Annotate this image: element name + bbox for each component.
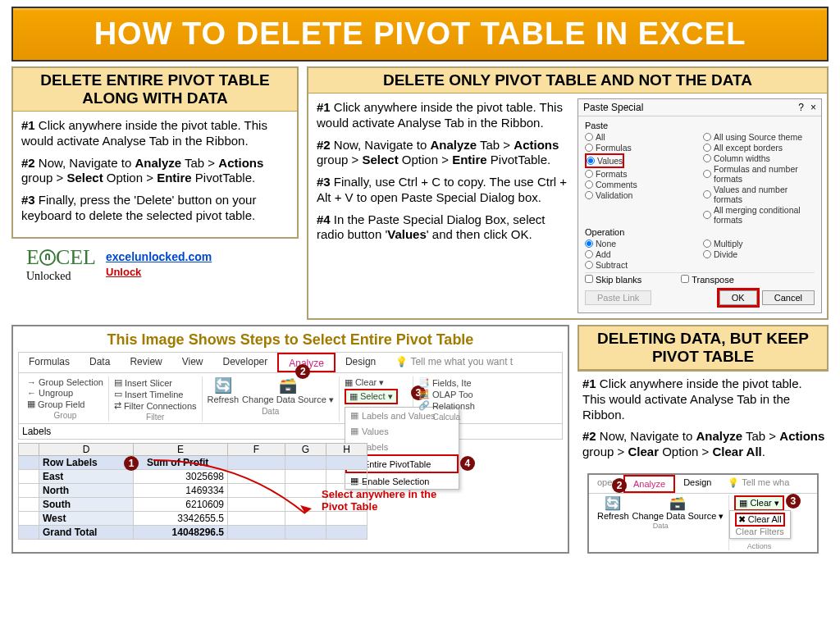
cmd-change-source[interactable]: 🗃️Change Data Source ▾: [242, 376, 334, 405]
ribbon-example-panel: This Image Shows Steps to Select Entire …: [11, 325, 569, 554]
cell[interactable]: 3025698: [134, 470, 228, 484]
cmd-ungroup[interactable]: ← Ungroup: [27, 388, 103, 398]
cell[interactable]: 14048296.5: [134, 526, 228, 540]
section1-body: #1 Click anywhere inside the pivot table…: [13, 112, 297, 237]
brand-link[interactable]: excelunlocked.com: [106, 250, 212, 263]
cell[interactable]: 3342655.5: [134, 512, 228, 526]
cmd-refresh[interactable]: 🔄Refresh: [208, 376, 240, 405]
t: Ungroup: [39, 388, 73, 398]
radio-merge-cond[interactable]: All merging conditional formats: [703, 205, 815, 225]
dd-clear-all[interactable]: ✖ Clear All: [735, 513, 785, 527]
excel-ribbon: Formulas Data Review View Developer Anal…: [18, 352, 563, 424]
tab-data[interactable]: Data: [80, 353, 120, 372]
cell[interactable]: South: [39, 498, 134, 512]
t: ' and then click OK.: [427, 227, 532, 241]
radio-subtract[interactable]: Subtract: [585, 260, 696, 270]
radio-values[interactable]: Values: [587, 156, 623, 166]
cmd-group-field[interactable]: ▦ Group Field: [27, 399, 103, 409]
radio-formulas-numfmt[interactable]: Formulas and number formats: [703, 164, 815, 184]
t: Option >: [399, 153, 452, 166]
section3-body: #1 Click anywhere inside the pivot table…: [578, 372, 829, 470]
paste-link-button[interactable]: Paste Link: [585, 290, 651, 305]
cell[interactable]: West: [39, 512, 134, 526]
t: Option >: [103, 171, 157, 185]
cell[interactable]: 1469334: [134, 484, 228, 498]
cmd-fields-items[interactable]: 📑 Fields, Ite: [418, 377, 475, 388]
radio-divide[interactable]: Divide: [703, 249, 815, 259]
radio-add[interactable]: Add: [585, 249, 696, 259]
cell[interactable]: East: [39, 470, 134, 484]
radio-validation[interactable]: Validation: [585, 190, 696, 200]
tab-design[interactable]: Design: [675, 475, 719, 493]
brand-logo: ECEL Unlocked: [26, 245, 96, 283]
col-header[interactable]: E: [134, 444, 228, 456]
worksheet-grid: D E F G H Row LabelsSum of Profit1 East3…: [18, 443, 563, 540]
cell[interactable]: Sum of Profit: [137, 457, 208, 468]
cell[interactable]: North: [39, 484, 134, 498]
radio-source-theme[interactable]: All using Source theme: [703, 132, 815, 142]
t: Relationsh: [432, 401, 475, 411]
cell[interactable]: Grand Total: [39, 526, 134, 540]
col-header[interactable]: D: [39, 444, 134, 456]
radio-comments[interactable]: Comments: [585, 180, 696, 189]
cell[interactable]: Row Labels: [39, 456, 134, 470]
step-text: Click anywhere inside the pivot table. T…: [582, 376, 802, 422]
name-box[interactable]: Labels: [18, 424, 563, 440]
dd-values[interactable]: ▦ Values: [345, 423, 459, 439]
cmd-clear[interactable]: ▦ Clear ▾: [734, 495, 783, 511]
ok-button[interactable]: OK: [719, 290, 757, 305]
step-text: Finally, use Ctrl + C to copy. The use C…: [317, 175, 567, 204]
col-header[interactable]: F: [228, 444, 285, 456]
col-header[interactable]: G: [285, 444, 326, 456]
tab-analyze[interactable]: Analyze2: [277, 353, 336, 372]
radio-except-borders[interactable]: All except borders: [703, 143, 815, 153]
cmd-group-selection[interactable]: → Group Selection: [27, 377, 103, 387]
tab-developer[interactable]: Developer: [213, 353, 278, 372]
t: OLAP Too: [432, 390, 473, 399]
col-header[interactable]: H: [326, 444, 368, 456]
cmd-insert-slicer[interactable]: ▤ Insert Slicer: [114, 377, 197, 388]
cell[interactable]: 6210609: [134, 498, 228, 512]
radio-formulas[interactable]: Formulas: [585, 143, 696, 153]
cmd-relationships[interactable]: 🔗 Relationsh: [418, 400, 475, 411]
radio-all[interactable]: All: [585, 132, 696, 142]
radio-multiply[interactable]: Multiply: [703, 239, 815, 249]
check-transpose[interactable]: Transpose: [681, 275, 733, 285]
cmd-olap[interactable]: 🧮 OLAP Too: [418, 389, 475, 399]
t: Insert Timeline: [125, 390, 184, 399]
t: All except borders: [714, 143, 783, 153]
t: Unlocked: [26, 270, 96, 283]
t: Analyze: [430, 138, 477, 152]
radio-formats[interactable]: Formats: [585, 169, 696, 179]
cmd-refresh[interactable]: 🔄Refresh: [597, 495, 629, 522]
tab-formulas[interactable]: Formulas: [19, 353, 80, 372]
tab-analyze[interactable]: Analyze2: [623, 475, 675, 493]
tab-review[interactable]: Review: [120, 353, 171, 372]
help-icon[interactable]: ?: [798, 102, 804, 113]
t: Tab >: [181, 156, 218, 170]
cancel-button[interactable]: Cancel: [762, 290, 815, 305]
t: Refresh: [208, 395, 240, 404]
t: All using Source theme: [714, 132, 802, 142]
radio-col-widths[interactable]: Column widths: [703, 153, 815, 163]
t: Actions: [218, 156, 263, 170]
t: Values: [597, 156, 623, 166]
close-icon[interactable]: ×: [810, 102, 816, 113]
tell-me[interactable]: 💡 Tell me what you want t: [386, 353, 523, 372]
tab-view[interactable]: View: [172, 353, 213, 372]
t: Tab >: [477, 138, 514, 152]
dd-clear-filters[interactable]: Clear Filters: [735, 527, 785, 536]
cmd-change-source[interactable]: 🗃️Change Data Source ▾: [632, 495, 724, 522]
cmd-select[interactable]: ▦ Select ▾: [345, 389, 398, 404]
check-skip-blanks[interactable]: Skip blanks: [585, 275, 641, 285]
brand-sublink[interactable]: Unlock: [106, 266, 141, 278]
cmd-insert-timeline[interactable]: ▭ Insert Timeline: [114, 389, 197, 399]
t: Change Data Source ▾: [242, 395, 334, 404]
padlock-icon: [39, 249, 56, 266]
radio-none[interactable]: None: [585, 239, 696, 249]
cmd-clear[interactable]: ▦ Clear ▾: [345, 377, 408, 388]
cmd-filter-connections[interactable]: ⇄ Filter Connections: [114, 400, 197, 411]
radio-values-numfmt[interactable]: Values and number formats: [703, 185, 815, 204]
step-text: Finally, press the 'Delete' button on yo…: [21, 193, 256, 222]
tab-design[interactable]: Design: [336, 353, 386, 372]
